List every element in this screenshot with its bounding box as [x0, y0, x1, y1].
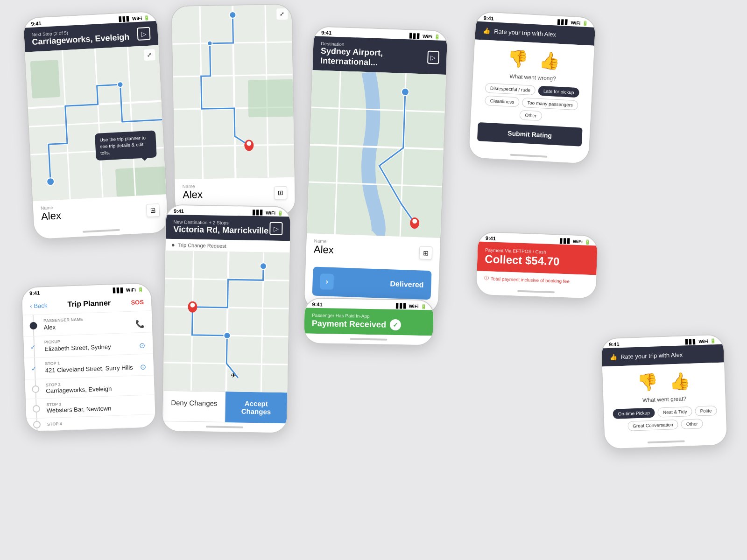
payment-main: Payment Received ✓ [312, 318, 426, 331]
phone-1: 9:41 ▋▋▋ WiFi 🔋 Next Stop (2 of 5) Carri… [22, 11, 169, 240]
trip-stops: PASSENGER NAME Alex 📞 ✓ PICKUP Elizabeth… [23, 311, 156, 431]
nav-arrow-1[interactable]: ▷ [137, 27, 150, 41]
battery-icon-5: 🔋 [421, 303, 426, 308]
battery-icon-4: 🔋 [434, 34, 440, 39]
expand-icon-1[interactable]: ⤢ [144, 49, 155, 61]
home-indicator-7 [510, 154, 547, 158]
name-value-2: Alex [183, 189, 203, 201]
submit-rating-button[interactable]: Submit Rating [477, 122, 583, 147]
svg-point-36 [260, 263, 267, 269]
sos-button[interactable]: SOS [131, 298, 144, 306]
expand-icon-2[interactable]: ⤢ [276, 8, 288, 20]
tag-cleanliness[interactable]: Cleanliness [485, 96, 520, 107]
deny-button[interactable]: Deny Changes [162, 391, 226, 422]
tag-other-negative[interactable]: Other [520, 110, 542, 121]
wifi-icon-8: WiFi [573, 238, 583, 244]
tag-late-pickup[interactable]: Late for pickup [538, 86, 579, 98]
phone-3: 9:41 ▋▋▋ WiFi 🔋 New Destination + 2 Stop… [162, 204, 291, 434]
svg-rect-20 [248, 79, 295, 118]
svg-rect-3 [115, 166, 166, 197]
delivered-button[interactable]: › Delivered [312, 266, 432, 300]
map-1: Use the trip planner to see trip details… [25, 45, 166, 202]
stop-icon-4 [33, 421, 41, 429]
time-5: 9:41 [312, 301, 323, 307]
thumbs-down-unselected-9[interactable]: 👎 [637, 372, 658, 392]
tag-disrespectful[interactable]: Disrespectful / rude [485, 83, 536, 96]
wifi-icon-9: WiFi [698, 338, 708, 344]
map-4 [307, 70, 446, 238]
battery-icon: 🔋 [144, 15, 150, 21]
battery-icon-3: 🔋 [277, 210, 283, 215]
name-value-4: Alex [314, 243, 334, 256]
stop-icon-pickup: ✓ [30, 343, 38, 351]
collect-header: Payment Via EFTPOS / Cash Collect $54.70 [477, 242, 598, 275]
name-area-2: Name Alex ⊞ [175, 177, 295, 208]
map-2: ⤢ [172, 5, 294, 179]
time-4: 9:41 [321, 30, 331, 36]
layers-icon-1[interactable]: ⊞ [146, 203, 160, 217]
tag-great-conversation[interactable]: Great Conversation [627, 420, 678, 431]
phone-8: 9:41 ▋▋▋ WiFi 🔋 Payment Via EFTPOS / Cas… [475, 231, 599, 300]
nav-bar-3: New Destination + 2 Stops Victoria Rd, M… [166, 215, 290, 241]
svg-point-44 [402, 88, 409, 96]
back-button[interactable]: ‹ Back [30, 302, 48, 309]
signal-icon-6: ▋▋▋ [113, 287, 124, 293]
name-value-1: Alex [41, 210, 61, 223]
status-icons-9: ▋▋▋ WiFi 🔋 [685, 338, 716, 344]
status-icons-6: ▋▋▋ WiFi 🔋 [113, 287, 143, 293]
rate-header-label-7: Rate your trip with Alex [494, 28, 557, 38]
wifi-icon-4: WiFi [423, 34, 432, 39]
time-3: 9:41 [174, 208, 184, 214]
thumbs-up-selected-9[interactable]: 👍 [669, 371, 691, 392]
status-icons-1: ▋▋▋ WiFi 🔋 [119, 15, 150, 21]
thumbs-up-unselected[interactable]: 👍 [539, 50, 561, 71]
rate-body-7: 👎 👍 What went wrong? Disrespectful / rud… [469, 39, 594, 154]
signal-icon-8: ▋▋▋ [560, 238, 571, 244]
tag-neat-tidy[interactable]: Neat & Tidy [657, 406, 692, 418]
check-circle-icon-1: ⊙ [139, 341, 146, 350]
delivered-arrow: › [320, 273, 334, 290]
signal-icon-4: ▋▋▋ [409, 33, 421, 39]
layers-icon-2[interactable]: ⊞ [274, 186, 287, 199]
tag-other-positive[interactable]: Other [681, 419, 703, 429]
battery-icon-9: 🔋 [710, 338, 716, 343]
svg-point-10 [47, 178, 55, 186]
layers-icon-4[interactable]: ⊞ [419, 246, 432, 259]
time-8: 9:41 [486, 235, 496, 241]
svg-point-35 [224, 332, 230, 339]
tag-too-many-passengers[interactable]: Too many passengers [522, 98, 578, 110]
svg-text:✈: ✈ [231, 371, 236, 379]
nav-bar-4: Destination Sydney Airport, Internationa… [312, 36, 447, 75]
action-buttons: Deny Changes Accept Changes [162, 391, 287, 424]
trip-planner-title: Trip Planner [67, 299, 111, 308]
status-icons-8: ▋▋▋ WiFi 🔋 [560, 238, 590, 244]
rate-question-9: What went great? [642, 395, 686, 403]
status-icons-5: ▋▋▋ WiFi 🔋 [395, 303, 426, 309]
nav-mainlabel-4: Sydney Airport, International... [320, 46, 428, 70]
accept-button[interactable]: Accept Changes [225, 392, 287, 423]
phone-icon[interactable]: 📞 [135, 320, 145, 329]
tag-ontime-pickup[interactable]: On-time Pickup [613, 408, 655, 419]
phone-9: 9:41 ▋▋▋ WiFi 🔋 👍 Rate your trip with Al… [600, 334, 728, 449]
nav-arrow-4[interactable]: ▷ [427, 50, 439, 64]
rate-thumbs-9: 👎 👍 [637, 371, 691, 392]
thumbs-up-icon-header-9: 👍 [609, 353, 617, 361]
stop-icon-3 [32, 405, 40, 413]
info-icon: ⓘ [484, 275, 489, 281]
thumbs-down-selected[interactable]: 👎 [507, 49, 529, 69]
check-icon: ✓ [390, 319, 401, 330]
nav-arrow-3[interactable]: ▷ [269, 222, 282, 235]
name-label-2: Name [183, 183, 203, 189]
svg-point-22 [207, 41, 212, 46]
tag-polite[interactable]: Polite [695, 406, 717, 416]
wifi-icon-7: WiFi [571, 20, 581, 26]
phone-6: 9:41 ▋▋▋ WiFi 🔋 ‹ Back Trip Planner SOS … [21, 282, 157, 433]
battery-icon-6: 🔋 [138, 287, 143, 292]
tooltip-1: Use the trip planner to see trip details… [95, 130, 157, 161]
map-3: ✈ [163, 251, 289, 393]
check-circle-icon-2: ⊙ [140, 363, 146, 371]
rate-thumbs-7: 👎 👍 [507, 49, 561, 71]
rate-header-label-9: Rate your trip with Alex [620, 351, 683, 361]
payment-received: Passenger Has Paid In-App Payment Receiv… [304, 308, 434, 336]
time-9: 9:41 [609, 341, 619, 347]
